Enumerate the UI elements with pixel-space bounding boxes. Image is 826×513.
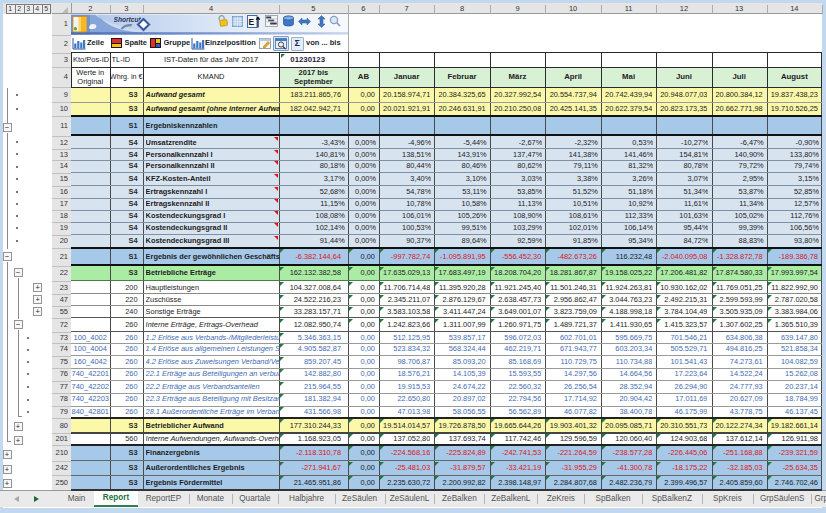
svg-text:E: E [249, 17, 255, 27]
